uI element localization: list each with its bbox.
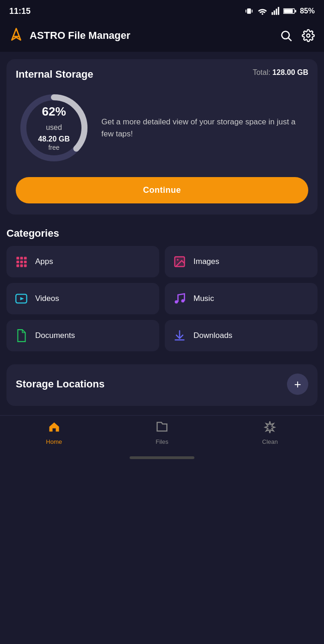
categories-section: Categories Apps — [6, 227, 318, 351]
donut-free-label: free — [48, 144, 59, 151]
settings-icon — [302, 29, 315, 42]
svg-rect-8 — [284, 9, 293, 13]
svg-rect-22 — [20, 264, 23, 267]
svg-rect-20 — [24, 261, 27, 264]
search-icon — [280, 29, 293, 42]
svg-rect-16 — [20, 257, 23, 260]
search-button[interactable] — [280, 29, 293, 42]
svg-point-10 — [282, 31, 289, 39]
svg-rect-18 — [17, 261, 19, 264]
svg-rect-15 — [17, 257, 19, 260]
nav-home[interactable]: Home — [0, 420, 108, 445]
storage-card-header: Internal Storage Total: 128.00 GB — [16, 68, 308, 80]
storage-total-value: 128.00 GB — [273, 68, 308, 76]
svg-rect-6 — [278, 7, 279, 15]
storage-locations-card: Storage Locations + — [6, 364, 318, 406]
storage-title: Internal Storage — [16, 68, 93, 80]
category-images[interactable]: Images — [165, 246, 318, 277]
category-music[interactable]: Music — [165, 283, 318, 314]
app-header: ASTRO File Manager — [0, 22, 324, 52]
donut-free-val: 48.20 GB — [35, 135, 73, 143]
files-nav-label: Files — [156, 438, 168, 445]
home-indicator — [130, 456, 194, 459]
apps-icon — [14, 254, 29, 269]
music-label: Music — [193, 294, 214, 303]
storage-description: Get a more detailed view of your storage… — [101, 116, 308, 140]
header-left: ASTRO File Manager — [7, 27, 131, 44]
main-content: Internal Storage Total: 128.00 GB 62% us… — [0, 52, 324, 406]
images-icon — [172, 254, 187, 269]
signal-icon — [271, 7, 280, 15]
home-nav-label: Home — [46, 438, 62, 445]
astro-logo-icon — [7, 27, 25, 44]
storage-locations-title: Storage Locations — [16, 378, 105, 390]
category-documents[interactable]: Documents — [6, 320, 159, 351]
videos-icon — [14, 291, 29, 306]
storage-card: Internal Storage Total: 128.00 GB 62% us… — [6, 59, 318, 215]
category-videos[interactable]: Videos — [6, 283, 159, 314]
downloads-icon — [172, 328, 187, 343]
storage-locations-header: Storage Locations + — [16, 374, 308, 395]
battery-percent: 85% — [300, 7, 315, 15]
status-time: 11:15 — [9, 6, 31, 16]
nav-clean[interactable]: Clean — [216, 420, 324, 445]
clean-nav-label: Clean — [262, 438, 278, 445]
documents-icon — [14, 328, 29, 343]
categories-grid: Apps Images — [6, 246, 318, 351]
svg-point-29 — [175, 301, 178, 304]
svg-marker-28 — [20, 297, 24, 301]
add-storage-button[interactable]: + — [287, 374, 308, 395]
svg-rect-0 — [247, 8, 251, 14]
images-label: Images — [193, 257, 219, 266]
apps-label: Apps — [35, 257, 53, 266]
svg-point-26 — [177, 259, 179, 261]
home-nav-icon — [48, 420, 61, 436]
category-downloads[interactable]: Downloads — [165, 320, 318, 351]
svg-rect-21 — [17, 264, 19, 267]
donut-text: 62% used 48.20 GB free — [35, 104, 73, 152]
videos-label: Videos — [35, 294, 59, 303]
svg-rect-5 — [276, 9, 277, 15]
storage-body: 62% used 48.20 GB free Get a more detail… — [16, 90, 308, 166]
svg-rect-17 — [24, 257, 27, 260]
clean-nav-icon — [263, 420, 276, 436]
nav-files[interactable]: Files — [108, 420, 216, 445]
svg-rect-19 — [20, 261, 23, 264]
vibrate-icon — [244, 6, 254, 16]
bottom-nav: Home Files Clean — [0, 415, 324, 454]
svg-point-30 — [181, 299, 185, 302]
svg-rect-3 — [272, 12, 273, 15]
donut-percent: 62% used — [35, 104, 73, 133]
music-icon — [172, 291, 187, 306]
categories-title: Categories — [6, 227, 318, 239]
header-actions — [280, 29, 315, 42]
storage-total: Total: 128.00 GB — [253, 68, 308, 77]
files-nav-icon — [156, 420, 168, 436]
svg-rect-4 — [274, 11, 275, 15]
svg-line-11 — [288, 38, 291, 41]
category-apps[interactable]: Apps — [6, 246, 159, 277]
wifi-icon — [257, 7, 268, 15]
status-icons: 85% — [244, 6, 315, 16]
status-bar: 11:15 85% — [0, 0, 324, 22]
downloads-label: Downloads — [193, 331, 232, 340]
svg-rect-2 — [252, 10, 253, 13]
battery-icon — [283, 7, 296, 15]
svg-rect-23 — [24, 264, 27, 267]
continue-button[interactable]: Continue — [16, 177, 308, 203]
documents-label: Documents — [35, 331, 75, 340]
svg-rect-9 — [295, 10, 296, 12]
storage-donut: 62% used 48.20 GB free — [16, 90, 92, 166]
svg-point-12 — [307, 34, 310, 37]
svg-rect-1 — [245, 10, 246, 13]
settings-button[interactable] — [302, 29, 315, 42]
app-title: ASTRO File Manager — [30, 30, 131, 42]
